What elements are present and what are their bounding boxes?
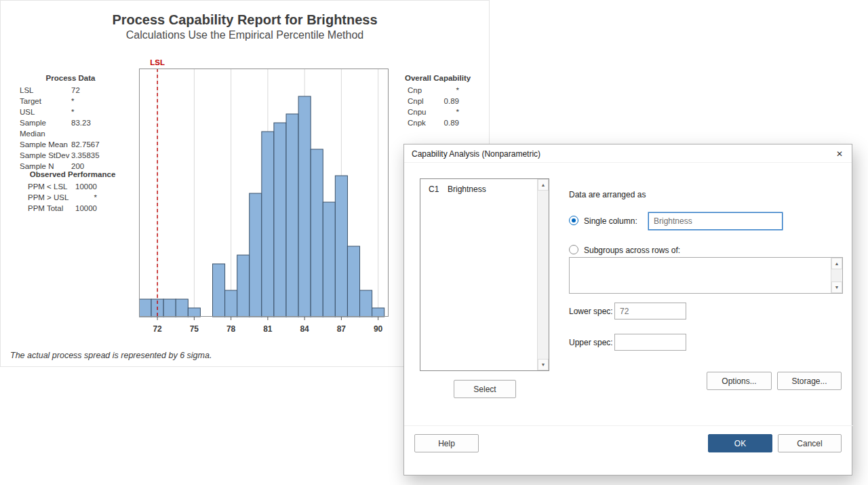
lower-spec-label: Lower spec: bbox=[569, 307, 613, 316]
stat-value: 0.89 bbox=[431, 117, 459, 128]
options-button[interactable]: Options... bbox=[707, 372, 772, 390]
stat-value: * bbox=[431, 106, 459, 117]
histogram-bar bbox=[163, 299, 176, 317]
histogram-bar bbox=[347, 246, 359, 317]
x-axis-tick-label: 75 bbox=[190, 324, 199, 334]
stat-value: * bbox=[71, 96, 74, 106]
process-data-panel: Process Data LSL 72 Target * USL * Sampl… bbox=[20, 73, 132, 172]
stat-value: * bbox=[431, 85, 459, 96]
histogram-bar bbox=[360, 290, 372, 317]
single-column-input[interactable] bbox=[648, 212, 783, 230]
scroll-up-icon[interactable]: ▲ bbox=[538, 179, 549, 191]
stat-value: 72 bbox=[71, 85, 80, 96]
histogram-plot: LSL bbox=[139, 69, 389, 321]
help-button[interactable]: Help bbox=[414, 434, 479, 452]
overall-capability-row: Cnp * bbox=[405, 85, 473, 96]
stat-value: * bbox=[71, 106, 74, 117]
scroll-up-icon[interactable]: ▲ bbox=[831, 258, 842, 269]
stat-value: 82.7567 bbox=[71, 139, 100, 150]
scroll-down-icon[interactable]: ▼ bbox=[538, 359, 549, 370]
process-data-row: LSL 72 bbox=[20, 85, 132, 96]
storage-button[interactable]: Storage... bbox=[777, 372, 842, 390]
process-data-row: Sample StDev 3.35835 bbox=[20, 150, 132, 161]
subgroups-textarea[interactable]: ▲ ▼ bbox=[569, 257, 843, 294]
histogram-bar bbox=[176, 299, 188, 317]
desktop: Process Capability Report for Brightness… bbox=[0, 0, 868, 485]
capability-analysis-dialog: Capability Analysis (Nonparametric) ✕ C1… bbox=[403, 144, 852, 476]
stat-label: Target bbox=[20, 96, 71, 106]
histogram-bar bbox=[335, 176, 347, 317]
x-axis-tick-label: 84 bbox=[300, 324, 309, 334]
column-id: C1 bbox=[429, 185, 448, 194]
lower-spec-input[interactable] bbox=[614, 303, 686, 319]
stat-label: Sample Mean bbox=[20, 139, 71, 150]
histogram-bar bbox=[250, 193, 262, 317]
histogram-bar bbox=[372, 308, 384, 317]
histogram-bar bbox=[225, 290, 237, 317]
x-axis-tick-label: 78 bbox=[226, 324, 235, 334]
report-footnote: The actual process spread is represented… bbox=[10, 351, 212, 360]
overall-capability-row: Cnpk 0.89 bbox=[405, 117, 473, 128]
cancel-button[interactable]: Cancel bbox=[778, 434, 842, 452]
observed-performance-row: PPM Total 10000 bbox=[28, 203, 130, 214]
stat-label: Cnpu bbox=[408, 106, 431, 117]
histogram-bar bbox=[298, 96, 311, 317]
stat-label: LSL bbox=[20, 85, 71, 96]
x-axis-tick-label: 87 bbox=[337, 324, 346, 334]
select-button[interactable]: Select bbox=[454, 380, 516, 398]
stat-label: PPM Total bbox=[28, 203, 71, 214]
subgroups-radio[interactable] bbox=[569, 245, 578, 254]
histogram-bar bbox=[188, 308, 200, 317]
stat-label: Sample StDev bbox=[20, 150, 71, 161]
dialog-separator bbox=[404, 425, 853, 426]
process-data-row: Target * bbox=[20, 96, 132, 106]
stat-label: Cnpl bbox=[408, 96, 431, 106]
subgroups-radio-label[interactable]: Subgroups across rows of: bbox=[584, 246, 680, 255]
report-subtitle: Calculations Use the Empirical Percentil… bbox=[1, 29, 489, 41]
histogram-bar bbox=[213, 264, 225, 317]
listbox-scrollbar[interactable]: ▲ ▼ bbox=[537, 179, 549, 370]
observed-performance-row: PPM < LSL 10000 bbox=[28, 181, 130, 192]
subgroups-scrollbar[interactable]: ▲ ▼ bbox=[831, 258, 842, 293]
histogram-bar bbox=[323, 202, 335, 317]
report-title: Process Capability Report for Brightness bbox=[1, 12, 489, 28]
stat-label: USL bbox=[20, 106, 71, 117]
x-axis-tick-label: 81 bbox=[263, 324, 272, 334]
x-axis-tick-label: 72 bbox=[153, 324, 161, 334]
histogram-bar bbox=[262, 132, 274, 317]
overall-capability-panel: Overall Capability Cnp * Cnpl 0.89 Cnpu … bbox=[405, 73, 473, 128]
overall-capability-title: Overall Capability bbox=[405, 73, 473, 83]
dialog-titlebar[interactable]: Capability Analysis (Nonparametric) ✕ bbox=[404, 144, 852, 163]
scroll-down-icon[interactable]: ▼ bbox=[831, 282, 842, 293]
process-data-row: Sample Mean 82.7567 bbox=[20, 139, 132, 150]
stat-label: PPM < LSL bbox=[28, 181, 71, 192]
dialog-title: Capability Analysis (Nonparametric) bbox=[412, 149, 540, 159]
x-axis-tick-label: 90 bbox=[374, 324, 382, 334]
upper-spec-input[interactable] bbox=[614, 334, 686, 351]
histogram-bar bbox=[237, 255, 250, 317]
stat-value: 0.89 bbox=[431, 96, 459, 106]
histogram-svg bbox=[139, 69, 389, 321]
process-data-row: USL * bbox=[20, 106, 132, 117]
observed-performance-panel: Observed Performance PPM < LSL 10000 PPM… bbox=[28, 169, 130, 214]
observed-performance-title: Observed Performance bbox=[28, 169, 117, 180]
histogram-bar bbox=[274, 123, 286, 317]
ok-button[interactable]: OK bbox=[708, 434, 772, 452]
column-listbox[interactable]: C1 Brightness ▲ ▼ bbox=[420, 178, 549, 371]
single-column-radio[interactable] bbox=[569, 216, 578, 225]
stat-label: PPM > USL bbox=[28, 192, 71, 203]
close-icon[interactable]: ✕ bbox=[831, 147, 848, 161]
stat-value: * bbox=[71, 192, 97, 203]
x-axis-tick-labels: 72757881848790 bbox=[139, 324, 389, 334]
observed-performance-row: PPM > USL * bbox=[28, 192, 130, 203]
stat-label: Cnpk bbox=[408, 117, 431, 128]
list-item[interactable]: C1 Brightness bbox=[420, 185, 536, 194]
process-data-title: Process Data bbox=[20, 73, 121, 83]
single-column-radio-label[interactable]: Single column: bbox=[584, 216, 637, 226]
histogram-bar bbox=[139, 299, 151, 317]
overall-capability-row: Cnpl 0.89 bbox=[405, 96, 473, 106]
process-data-row: Sample Median 83.23 bbox=[20, 117, 132, 139]
lsl-line-label: LSL bbox=[150, 58, 165, 66]
column-name: Brightness bbox=[448, 185, 486, 194]
stat-value: 10000 bbox=[71, 203, 97, 214]
